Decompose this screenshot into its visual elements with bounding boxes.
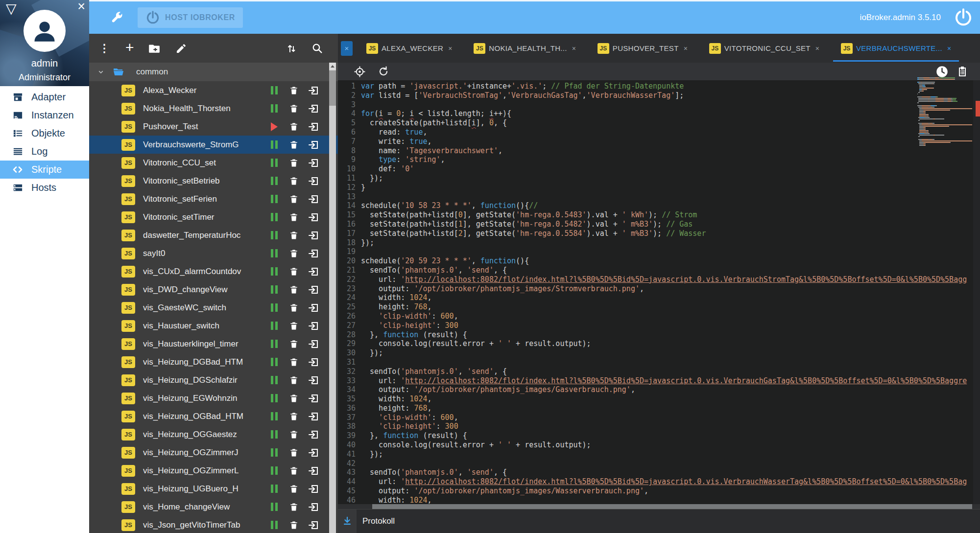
- script-row[interactable]: JSdaswetter_TemperaturHoc: [89, 226, 338, 244]
- pause-icon[interactable]: [271, 521, 278, 529]
- pause-icon[interactable]: [271, 159, 278, 167]
- editor-tab-2[interactable]: JSNOKIA_HEALTH_TH...×: [466, 34, 584, 63]
- delete-icon[interactable]: [284, 139, 304, 150]
- script-row[interactable]: JSVitotronic_setTimer: [89, 208, 338, 226]
- export-icon[interactable]: [304, 374, 323, 386]
- script-row[interactable]: JSvis_Heizung_OGZimmerL: [89, 462, 338, 480]
- close-all-tabs-button[interactable]: ×: [341, 41, 353, 56]
- wrench-icon[interactable]: [110, 11, 123, 24]
- export-icon[interactable]: [304, 501, 323, 513]
- pause-icon[interactable]: [271, 358, 278, 366]
- script-row[interactable]: JSsayIt0: [89, 244, 338, 262]
- pause-icon[interactable]: [271, 213, 278, 221]
- export-icon[interactable]: [304, 175, 323, 187]
- pause-icon[interactable]: [271, 466, 278, 475]
- error-marker[interactable]: [976, 101, 980, 116]
- script-row[interactable]: JSvis_Json_getVitoTimerTab: [89, 516, 338, 533]
- folder-row-common[interactable]: common: [89, 63, 338, 81]
- script-row[interactable]: JSVerbrauchswerte_StromG: [89, 136, 338, 154]
- host-iobroker-button[interactable]: HOST IOBROKER: [138, 7, 243, 28]
- script-row[interactable]: JSvis_Heizung_OGZimmerJ: [89, 443, 338, 462]
- pause-icon[interactable]: [271, 285, 278, 294]
- history-icon[interactable]: [935, 65, 949, 78]
- script-row[interactable]: JSvis_CUxD_alarmCountdov: [89, 262, 338, 280]
- export-icon[interactable]: [304, 157, 323, 169]
- delete-icon[interactable]: [284, 248, 304, 259]
- tab-close-icon[interactable]: ×: [448, 45, 452, 52]
- script-row[interactable]: JSvis_Home_changeView: [89, 498, 338, 516]
- export-icon[interactable]: [304, 411, 323, 422]
- sidebar-item-log[interactable]: Log: [0, 142, 89, 161]
- export-icon[interactable]: [304, 103, 323, 115]
- delete-icon[interactable]: [284, 357, 304, 368]
- sidebar-item-skripte[interactable]: Skripte: [0, 161, 89, 179]
- pause-icon[interactable]: [271, 267, 278, 276]
- pause-icon[interactable]: [271, 303, 278, 312]
- pause-icon[interactable]: [271, 86, 278, 94]
- sidebar-item-objekte[interactable]: Objekte: [0, 124, 89, 142]
- play-icon[interactable]: [271, 122, 278, 131]
- export-icon[interactable]: [304, 284, 323, 296]
- more-menu-icon[interactable]: ⋮: [99, 43, 110, 54]
- export-icon[interactable]: [304, 338, 323, 350]
- delete-icon[interactable]: [284, 447, 304, 458]
- minimap[interactable]: [917, 77, 972, 146]
- chevron-down-icon[interactable]: [97, 68, 105, 76]
- script-row[interactable]: JSvis_Haustuerklingel_timer: [89, 335, 338, 353]
- script-row[interactable]: JSVitotronic_setBetrieb: [89, 172, 338, 190]
- script-row[interactable]: JSPushover_Test: [89, 117, 338, 136]
- tab-close-icon[interactable]: ×: [572, 45, 576, 52]
- export-icon[interactable]: [304, 356, 323, 368]
- export-icon[interactable]: [304, 393, 323, 404]
- pause-icon[interactable]: [271, 140, 278, 149]
- export-icon[interactable]: [304, 465, 323, 477]
- pause-icon[interactable]: [271, 376, 278, 384]
- script-row[interactable]: JSvis_DWD_changeView: [89, 280, 338, 299]
- logout-power-icon[interactable]: [954, 8, 973, 27]
- export-icon[interactable]: [304, 211, 323, 223]
- pause-icon[interactable]: [271, 104, 278, 113]
- code-area[interactable]: 1234567891011121314151617181920212223242…: [338, 80, 980, 504]
- editor-tab-3[interactable]: JSPUSHOVER_TEST×: [590, 34, 695, 63]
- pause-icon[interactable]: [271, 249, 278, 257]
- export-icon[interactable]: [304, 230, 323, 241]
- script-row[interactable]: JSvis_Heizung_OGGaestez: [89, 425, 338, 443]
- sort-icon[interactable]: [286, 43, 297, 54]
- delete-icon[interactable]: [284, 284, 304, 295]
- log-bar[interactable]: Protokoll: [338, 509, 980, 533]
- sidebar-item-instanzen[interactable]: Instanzen: [0, 106, 89, 124]
- tab-close-icon[interactable]: ×: [815, 45, 819, 52]
- pause-icon[interactable]: [271, 177, 278, 185]
- edit-icon[interactable]: [175, 43, 187, 54]
- export-icon[interactable]: [304, 85, 323, 96]
- pause-icon[interactable]: [271, 231, 278, 239]
- pause-icon[interactable]: [271, 430, 278, 439]
- delete-icon[interactable]: [284, 465, 304, 476]
- tab-close-icon[interactable]: ×: [947, 45, 951, 52]
- delete-icon[interactable]: [284, 339, 304, 349]
- delete-icon[interactable]: [284, 176, 304, 186]
- export-icon[interactable]: [304, 429, 323, 440]
- export-icon[interactable]: [304, 248, 323, 259]
- delete-icon[interactable]: [284, 103, 304, 114]
- download-log-icon[interactable]: [338, 510, 357, 533]
- export-icon[interactable]: [304, 266, 323, 278]
- delete-icon[interactable]: [284, 520, 304, 531]
- script-row[interactable]: JSNokia_Health_Thorsten: [89, 99, 338, 117]
- add-folder-icon[interactable]: [148, 42, 161, 55]
- horizontal-scrollbar[interactable]: [338, 504, 980, 509]
- pause-icon[interactable]: [271, 340, 278, 348]
- pause-icon[interactable]: [271, 448, 278, 457]
- delete-icon[interactable]: [284, 212, 304, 223]
- script-row[interactable]: JSVitotronic_setFerien: [89, 190, 338, 208]
- delete-icon[interactable]: [284, 121, 304, 132]
- tab-close-icon[interactable]: ×: [684, 45, 688, 52]
- scripts-scrollbar[interactable]: [329, 63, 336, 533]
- annotation-ruler[interactable]: [973, 80, 980, 509]
- delete-icon[interactable]: [284, 502, 304, 512]
- search-icon[interactable]: [311, 42, 323, 54]
- export-icon[interactable]: [304, 302, 323, 314]
- delete-icon[interactable]: [284, 194, 304, 205]
- script-row[interactable]: JSvis_Heizung_UGBuero_H: [89, 480, 338, 498]
- delete-icon[interactable]: [284, 266, 304, 277]
